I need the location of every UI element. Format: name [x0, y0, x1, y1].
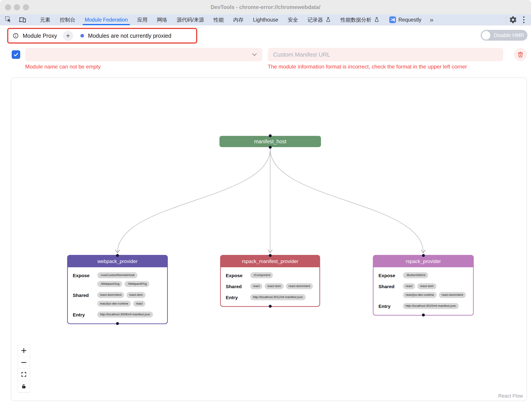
zoom-out-button[interactable] [18, 357, 30, 369]
tabbar-right-divider [506, 16, 506, 23]
flow-node-manifest_host[interactable]: manifest_host [219, 136, 321, 147]
tab-console[interactable]: 控制台 [55, 14, 80, 25]
module-pill: react-dom/client [97, 292, 124, 298]
tab-performance[interactable]: 性能 [209, 14, 228, 25]
tab-label: 性能数据分析 [341, 16, 372, 23]
top-handle[interactable] [269, 134, 272, 137]
flow-node-webpack_provider[interactable]: webpack_providerExpose./useCustomRemoteH… [67, 255, 168, 324]
pill-list: react-dom/clientreact-domreact/jsx-dev-r… [97, 292, 163, 307]
module-name-select[interactable] [25, 48, 262, 61]
pill-list: http://localhost:3009/mf-manifest.json [97, 312, 153, 318]
top-handle[interactable] [269, 254, 272, 257]
bottom-handle[interactable] [116, 322, 119, 325]
inspect-element-icon[interactable] [3, 15, 14, 24]
section-label: Shared [226, 283, 247, 289]
tab-label: Lighthouse [253, 17, 278, 23]
tab-label: 元素 [40, 16, 50, 23]
chevron-down-icon [252, 53, 258, 56]
tab-performance-insights[interactable]: 性能数据分析 [336, 14, 384, 25]
node-section-shared: Sharedreactreact-domreact-dom/client [226, 283, 315, 289]
section-label: Expose [379, 272, 400, 278]
flow-edge[interactable] [270, 149, 271, 253]
module-pill: ./WebpackPng [124, 281, 150, 287]
section-label: Entry [73, 312, 94, 318]
tab-elements[interactable]: 元素 [35, 14, 55, 25]
node-section-shared: Sharedreactreact-domreact/jsx-dev-runtim… [379, 283, 469, 298]
node-title: manifest_host [254, 139, 286, 145]
tab-recorder[interactable]: 记录器 [303, 14, 336, 25]
tab-label: 安全 [288, 16, 298, 23]
tab-application[interactable]: 应用 [133, 14, 152, 25]
toggle-knob [482, 31, 490, 40]
node-section-expose: Expose./Component [226, 272, 315, 278]
module-name-error: Module name can not be empty [25, 63, 101, 70]
section-label: Expose [73, 272, 94, 287]
tab-memory[interactable]: 内存 [228, 14, 248, 25]
lock-button[interactable] [18, 380, 30, 392]
settings-gear-icon[interactable] [507, 15, 519, 24]
tab-sources[interactable]: 源代码/来源 [172, 14, 209, 25]
disable-hmr-toggle[interactable]: Disable HMR [481, 30, 527, 41]
module-pill: react-dom/client [286, 283, 313, 289]
top-handle[interactable] [422, 254, 425, 257]
more-options-kebab-icon[interactable] [519, 15, 529, 24]
tab-label: 内存 [233, 16, 243, 23]
node-section-shared: Sharedreact-dom/clientreact-domreact/jsx… [73, 292, 163, 307]
tab-module-federation[interactable]: Module Federation [80, 14, 133, 25]
module-pill: ./ButtonOldAnt [403, 272, 428, 278]
module-pill: http://localhost:3009/mf-manifest.json [97, 312, 153, 318]
flow-edge[interactable] [118, 149, 270, 253]
module-enabled-checkbox[interactable] [12, 50, 20, 59]
pill-list: http://localhost:3010/mf-manifest.json [403, 303, 459, 309]
device-toolbar-icon[interactable] [17, 15, 28, 24]
tab-label: Module Federation [85, 17, 128, 23]
tab-label: 性能 [213, 16, 224, 23]
tab-security[interactable]: 安全 [283, 14, 303, 25]
add-proxy-rule-button[interactable]: + [63, 30, 73, 41]
section-label: Entry [226, 294, 247, 300]
tab-lighthouse[interactable]: Lighthouse [248, 14, 283, 25]
section-label: Expose [226, 272, 247, 278]
node-body: Expose./ButtonOldAntSharedreactreact-dom… [374, 267, 473, 315]
tab-network[interactable]: 网络 [152, 14, 172, 25]
bottom-handle[interactable] [269, 305, 272, 308]
module-graph-canvas[interactable]: manifest_hostwebpack_providerExpose./use… [11, 77, 527, 401]
flow-node-rspack_provider[interactable]: rspack_providerExpose./ButtonOldAntShare… [373, 255, 474, 315]
devtools-tabbar: 元素控制台Module Federation应用网络源代码/来源性能内存Ligh… [0, 14, 531, 25]
module-pill: http://localhost:3010/mf-manifest.json [403, 303, 459, 309]
tab-label: Requestly [398, 17, 421, 23]
module-proxy-title: Module Proxy [23, 32, 57, 39]
node-section-expose: Expose./useCustomRemoteHook./WebpackSvg.… [73, 272, 163, 287]
pill-list: ./ButtonOldAnt [403, 272, 428, 278]
titlebar: DevTools - chrome-error://chromewebdata/ [0, 0, 531, 15]
node-section-entry: Entryhttp://localhost:3011/mf-manifest.j… [226, 294, 315, 300]
module-proxy-highlight-box: Module Proxy + Modules are not currently… [7, 28, 197, 44]
bottom-handle[interactable] [269, 146, 272, 149]
flow-edge[interactable] [270, 149, 424, 253]
tab-label: 记录器 [307, 16, 323, 23]
fit-view-button[interactable] [18, 369, 30, 380]
custom-manifest-url-input[interactable] [268, 48, 503, 61]
tab-label: 控制台 [60, 16, 75, 23]
module-pill: react [250, 283, 262, 289]
flask-icon [374, 17, 379, 23]
proxy-status-dot [80, 34, 84, 38]
tab-requestly[interactable]: Requestly [384, 14, 426, 25]
module-pill: http://localhost:3011/mf-manifest.json [250, 294, 306, 300]
pill-list: reactreact-domreact-dom/client [250, 283, 313, 289]
module-pill: react-dom [265, 283, 284, 289]
module-pill: ./useCustomRemoteHook [97, 272, 137, 278]
more-tabs-button[interactable]: » [426, 14, 437, 25]
bottom-handle[interactable] [422, 314, 425, 316]
flow-node-rspack_manifest_provider[interactable]: rspack_manifest_providerExpose./Componen… [220, 255, 320, 307]
tab-label: 网络 [157, 16, 167, 23]
manifest-format-error: The module information format is incorre… [268, 63, 467, 70]
check-icon [13, 52, 19, 58]
node-section-expose: Expose./ButtonOldAnt [379, 272, 469, 278]
trash-icon [517, 51, 524, 58]
node-section-entry: Entryhttp://localhost:3010/mf-manifest.j… [379, 303, 469, 309]
delete-module-row-button[interactable] [514, 48, 527, 61]
top-handle[interactable] [116, 254, 119, 257]
zoom-in-button[interactable] [18, 345, 30, 357]
module-pill: react-dom [126, 292, 146, 298]
